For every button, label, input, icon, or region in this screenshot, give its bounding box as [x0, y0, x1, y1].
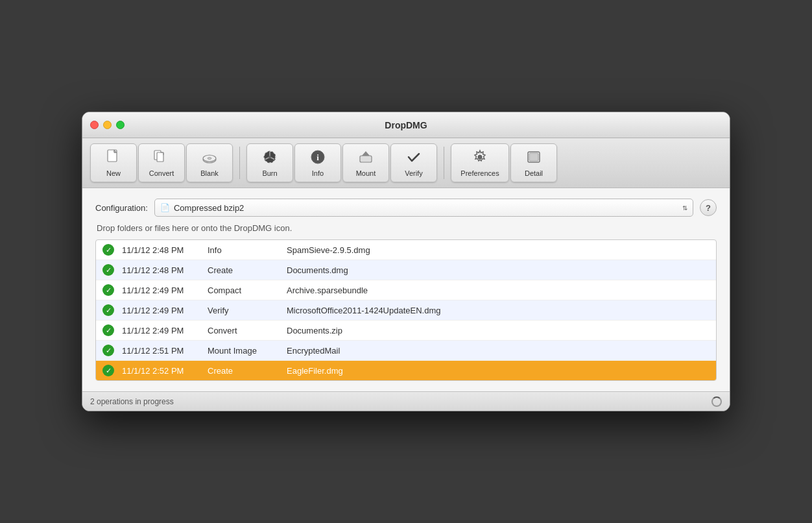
progress-spinner: [711, 396, 722, 407]
check-icon: ✓: [102, 324, 114, 336]
table-row[interactable]: ✓ 11/1/12 2:48 PM Create Documents.dmg: [96, 260, 716, 280]
table-row[interactable]: ✓ 11/1/12 2:48 PM Info SpamSieve-2.9.5.d…: [96, 240, 716, 260]
blank-disc-icon: [202, 149, 217, 167]
convert-button[interactable]: Convert: [138, 143, 185, 182]
svg-marker-17: [362, 151, 370, 156]
burn-icon: [262, 149, 278, 167]
table-row[interactable]: ✓ 11/1/12 2:51 PM Mount Image EncryptedM…: [96, 341, 716, 361]
check-icon: ✓: [102, 304, 114, 316]
mount-button[interactable]: Mount: [342, 143, 389, 182]
preferences-label: Preferences: [460, 169, 499, 177]
item-action: Info: [208, 245, 279, 255]
check-icon: ✓: [102, 264, 114, 276]
config-label: Configuration:: [95, 203, 148, 213]
item-time: 11/1/12 2:49 PM: [122, 326, 200, 335]
item-time: 11/1/12 2:48 PM: [122, 245, 200, 255]
item-time: 11/1/12 2:52 PM: [122, 366, 200, 376]
item-time: 11/1/12 2:49 PM: [122, 286, 200, 295]
svg-point-12: [269, 156, 271, 158]
window-title: DropDMG: [385, 120, 427, 130]
help-button[interactable]: ?: [700, 199, 717, 216]
close-button[interactable]: [90, 121, 99, 129]
title-bar: DropDMG: [82, 112, 730, 138]
convert-label: Convert: [149, 169, 174, 177]
item-file: Archive.sparsebundle: [287, 286, 710, 295]
check-icon: ✓: [102, 365, 114, 376]
item-file: EagleFiler.dmg: [287, 366, 710, 376]
check-icon: ✓: [102, 284, 114, 296]
toolbar-sep-1: [239, 147, 240, 179]
blank-label: Blank: [200, 169, 219, 177]
item-time: 11/1/12 2:49 PM: [122, 306, 200, 315]
drop-hint: Drop folders or files here or onto the D…: [95, 223, 717, 233]
svg-text:i: i: [316, 152, 319, 162]
info-label: Info: [312, 169, 324, 177]
convert-doc-icon: [154, 149, 169, 167]
maximize-button[interactable]: [116, 121, 125, 129]
toolbar-sep-2: [444, 147, 444, 179]
check-icon: ✓: [102, 345, 114, 356]
item-time: 11/1/12 2:51 PM: [122, 346, 200, 356]
mount-label: Mount: [356, 169, 376, 177]
item-action: Compact: [208, 286, 279, 295]
svg-rect-21: [529, 153, 538, 161]
mount-icon: [358, 149, 374, 167]
burn-label: Burn: [262, 169, 277, 177]
main-content: Configuration: 📄 Compressed bzip2 ⇅ ? Dr…: [82, 188, 730, 391]
traffic-lights: [90, 121, 125, 129]
file-list: ✓ 11/1/12 2:48 PM Info SpamSieve-2.9.5.d…: [95, 239, 717, 381]
verify-icon: [406, 149, 422, 167]
info-button[interactable]: i Info: [294, 143, 341, 182]
config-select-arrow: ⇅: [682, 204, 687, 212]
config-selected-value: Compressed bzip2: [174, 203, 244, 213]
item-file: MicrosoftOffice2011-1424UpdateEN.dmg: [287, 306, 710, 315]
minimize-button[interactable]: [103, 121, 112, 129]
item-action: Create: [208, 366, 279, 376]
new-doc-icon: [106, 149, 121, 167]
table-row[interactable]: ✓ 11/1/12 2:52 PM Create EagleFiler.dmg: [96, 361, 716, 380]
detail-button[interactable]: Detail: [510, 143, 557, 182]
detail-icon: [526, 149, 542, 167]
item-action: Verify: [208, 306, 279, 315]
item-file: EncryptedMail: [287, 346, 710, 356]
preferences-button[interactable]: Preferences: [451, 143, 509, 182]
table-row[interactable]: ✓ 11/1/12 2:49 PM Compact Archive.sparse…: [96, 280, 716, 300]
svg-point-19: [478, 155, 482, 159]
verify-label: Verify: [405, 169, 423, 177]
svg-rect-16: [360, 156, 372, 162]
item-action: Create: [208, 265, 279, 275]
info-icon: i: [310, 149, 326, 167]
blank-button[interactable]: Blank: [186, 143, 233, 182]
app-window: DropDMG New: [82, 112, 730, 411]
burn-button[interactable]: Burn: [246, 143, 293, 182]
table-row[interactable]: ✓ 11/1/12 2:49 PM Verify MicrosoftOffice…: [96, 300, 716, 321]
check-icon: ✓: [102, 244, 114, 256]
preferences-icon: [472, 149, 488, 167]
item-action: Convert: [208, 326, 279, 335]
status-bar: 2 operations in progress: [82, 391, 730, 411]
table-row[interactable]: ✓ 11/1/12 2:49 PM Convert Documents.zip: [96, 321, 716, 341]
config-doc-icon: 📄: [160, 203, 170, 212]
status-text: 2 operations in progress: [90, 397, 174, 406]
svg-point-7: [208, 157, 211, 159]
detail-label: Detail: [525, 169, 543, 177]
item-file: Documents.zip: [287, 326, 710, 335]
toolbar: New Convert Blank: [82, 138, 730, 188]
config-select[interactable]: 📄 Compressed bzip2 ⇅: [154, 199, 693, 217]
new-label: New: [106, 169, 121, 177]
item-action: Mount Image: [208, 346, 279, 356]
item-time: 11/1/12 2:48 PM: [122, 265, 200, 275]
config-row: Configuration: 📄 Compressed bzip2 ⇅ ?: [95, 199, 717, 217]
new-button[interactable]: New: [90, 143, 137, 182]
verify-button[interactable]: Verify: [390, 143, 437, 182]
item-file: SpamSieve-2.9.5.dmg: [287, 245, 710, 255]
item-file: Documents.dmg: [287, 265, 710, 275]
svg-rect-4: [157, 152, 163, 162]
